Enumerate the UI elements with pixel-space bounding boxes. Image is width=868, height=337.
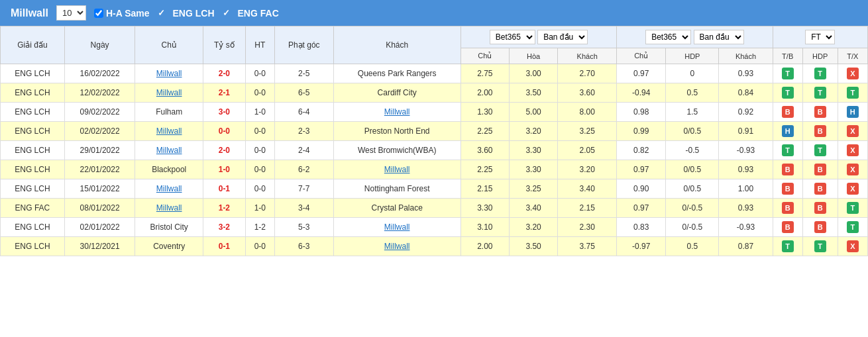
count-select[interactable]: 10 20 xyxy=(56,5,86,21)
score: 3-0 xyxy=(219,107,230,117)
table-row: ENG LCH29/01/2022Millwall2-00-02-4West B… xyxy=(1,141,868,160)
result-badge: B xyxy=(814,221,826,233)
ha-same-checkbox[interactable] xyxy=(94,9,103,18)
result-badge: T xyxy=(847,87,859,99)
score: 2-0 xyxy=(219,146,230,155)
team-link[interactable]: Millwall xyxy=(384,242,410,251)
sub-tx: T/X xyxy=(838,48,867,64)
table-row: ENG LCH15/01/2022Millwall0-10-07-7Nottin… xyxy=(1,179,868,199)
score: 1-0 xyxy=(219,165,230,174)
sub-khach-2: Khách xyxy=(719,48,773,64)
header-row-1: Giải đấu Ngày Chủ Tỷ số HT Phạt góc Khác… xyxy=(1,26,868,48)
result-badge: X xyxy=(847,240,859,252)
score: 0-0 xyxy=(219,126,230,136)
score: 1-2 xyxy=(219,203,230,213)
sub-chu-2: Chủ xyxy=(617,48,666,64)
header-bar: Millwall 10 20 H-A Same ✓ ENG LCH ✓ ENG … xyxy=(0,0,868,26)
score: 2-1 xyxy=(219,88,230,97)
result-badge: H xyxy=(782,125,794,137)
table-row: ENG LCH30/12/2021Coventry0-10-06-3Millwa… xyxy=(1,237,868,256)
result-badge: B xyxy=(782,183,794,195)
result-badge: T xyxy=(814,87,826,99)
col-home: Chủ xyxy=(135,26,203,64)
result-badge: T xyxy=(782,240,794,252)
sub-hdp-1: HDP xyxy=(666,48,719,64)
col-ht: HT xyxy=(245,26,274,64)
sub-chu-1: Chủ xyxy=(461,48,509,64)
table-body: ENG LCH16/02/2022Millwall2-00-02-5Queens… xyxy=(1,64,868,256)
score: 2-0 xyxy=(219,69,230,78)
score: 3-2 xyxy=(219,222,230,232)
sub-hdp-2: HDP xyxy=(802,48,838,64)
bet365-header-2[interactable]: Bet365 Ban đầu xyxy=(617,26,773,48)
col-score: Tỷ số xyxy=(203,26,246,64)
result-badge: B xyxy=(814,125,826,137)
result-badge: T xyxy=(814,240,826,252)
table-row: ENG FAC08/01/2022Millwall1-21-03-4Crysta… xyxy=(1,199,868,218)
team-link[interactable]: Millwall xyxy=(156,146,182,155)
result-badge: T xyxy=(847,202,859,214)
result-badge: B xyxy=(782,106,794,118)
col-league: Giải đấu xyxy=(1,26,65,64)
result-badge: T xyxy=(782,87,794,99)
team-link[interactable]: Millwall xyxy=(384,222,410,232)
team-link[interactable]: Millwall xyxy=(156,126,182,136)
ha-same-label[interactable]: H-A Same xyxy=(94,8,150,19)
ban-dau-select-2[interactable]: Ban đầu xyxy=(694,30,744,44)
team-link[interactable]: Millwall xyxy=(384,165,410,174)
sub-tb: T/B xyxy=(773,48,802,64)
score: 0-1 xyxy=(219,242,230,251)
main-table: Giải đấu Ngày Chủ Tỷ số HT Phạt góc Khác… xyxy=(0,26,868,256)
team-link[interactable]: Millwall xyxy=(156,184,182,193)
result-badge: B xyxy=(814,164,826,175)
result-badge: X xyxy=(847,183,859,195)
result-badge: X xyxy=(847,144,859,156)
result-badge: B xyxy=(782,221,794,233)
sub-hoa-1: Hòa xyxy=(509,48,557,64)
ban-dau-select-1[interactable]: Ban đầu xyxy=(537,30,588,44)
team-link[interactable]: Millwall xyxy=(156,88,182,97)
ft-select[interactable]: FT xyxy=(805,30,835,44)
result-badge: B xyxy=(814,106,826,118)
result-badge: T xyxy=(847,221,859,233)
result-badge: T xyxy=(814,68,826,79)
result-badge: B xyxy=(814,183,826,195)
col-corners: Phạt góc xyxy=(275,26,334,64)
bet365-select-2[interactable]: Bet365 xyxy=(645,30,691,44)
result-badge: T xyxy=(814,144,826,156)
table-row: ENG LCH22/01/2022Blackpool1-00-06-2Millw… xyxy=(1,160,868,179)
result-badge: H xyxy=(847,106,859,118)
team-link[interactable]: Millwall xyxy=(156,203,182,213)
col-away: Khách xyxy=(333,26,461,64)
table-row: ENG LCH09/02/2022Fulham3-01-06-4Millwall… xyxy=(1,103,868,122)
result-badge: B xyxy=(814,202,826,214)
table-row: ENG LCH02/02/2022Millwall0-00-02-3Presto… xyxy=(1,122,868,141)
eng-lch-label[interactable]: ENG LCH xyxy=(173,8,215,19)
result-badge: T xyxy=(782,144,794,156)
result-badge: X xyxy=(847,68,859,79)
ft-header[interactable]: FT xyxy=(773,26,867,48)
team-link[interactable]: Millwall xyxy=(156,69,182,78)
score: 0-1 xyxy=(219,184,230,193)
team-link[interactable]: Millwall xyxy=(384,107,410,117)
table-row: ENG LCH12/02/2022Millwall2-10-06-5Cardif… xyxy=(1,83,868,103)
result-badge: X xyxy=(847,125,859,137)
table-row: ENG LCH16/02/2022Millwall2-00-02-5Queens… xyxy=(1,64,868,83)
team-name: Millwall xyxy=(11,7,48,19)
result-badge: X xyxy=(847,164,859,175)
bet365-select-1[interactable]: Bet365 xyxy=(490,30,535,44)
bet365-header-1[interactable]: Bet365 Ban đầu xyxy=(461,26,616,48)
sub-khach-1: Khách xyxy=(558,48,617,64)
result-badge: B xyxy=(782,202,794,214)
eng-fac-label[interactable]: ENG FAC xyxy=(238,8,279,19)
result-badge: T xyxy=(782,68,794,79)
table-row: ENG LCH02/01/2022Bristol City3-21-25-3Mi… xyxy=(1,218,868,237)
result-badge: B xyxy=(782,164,794,175)
col-date: Ngày xyxy=(64,26,135,64)
